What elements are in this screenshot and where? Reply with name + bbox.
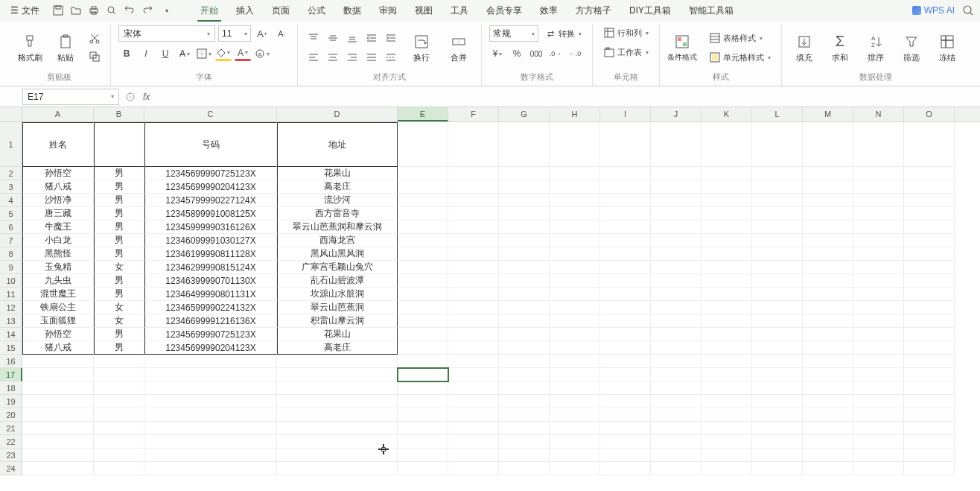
cell[interactable] — [651, 301, 701, 314]
cell[interactable] — [701, 314, 752, 328]
cell[interactable]: 男 — [94, 207, 144, 221]
cell[interactable] — [94, 122, 144, 167]
cell[interactable] — [752, 408, 803, 422]
cell[interactable] — [701, 221, 752, 234]
cell[interactable] — [600, 435, 651, 449]
cell[interactable] — [550, 395, 600, 408]
cell[interactable] — [651, 355, 701, 368]
border-button[interactable]: ▾ — [196, 46, 212, 61]
cell[interactable] — [600, 274, 651, 288]
cell[interactable] — [752, 328, 803, 341]
cell[interactable]: 猪八戒 — [22, 180, 94, 194]
cell[interactable] — [94, 368, 144, 381]
spreadsheet-grid[interactable]: ABCDEFGHIJKLMNO 1姓名号码地址2孙悟空男123456999907… — [0, 107, 980, 491]
cell[interactable] — [94, 355, 144, 368]
cell[interactable] — [651, 247, 701, 261]
cell[interactable] — [499, 261, 550, 274]
cell[interactable] — [904, 180, 955, 194]
row-header-18[interactable]: 18 — [0, 381, 22, 395]
cell[interactable] — [448, 449, 499, 462]
cell[interactable] — [448, 341, 499, 355]
cell[interactable] — [651, 274, 701, 288]
cell[interactable] — [94, 408, 144, 422]
cell[interactable] — [277, 422, 398, 435]
cell[interactable]: 男 — [94, 247, 144, 261]
filter-button[interactable]: 筛选 — [897, 33, 926, 63]
sort-button[interactable]: AZ排序 — [861, 33, 891, 63]
cell[interactable] — [398, 422, 448, 435]
cell[interactable] — [651, 221, 701, 234]
cell[interactable]: 12346199990811128X — [144, 247, 277, 261]
cell[interactable] — [600, 449, 651, 462]
cut-button[interactable] — [86, 31, 103, 46]
comma-button[interactable]: 000 — [528, 46, 544, 61]
cell[interactable] — [853, 261, 904, 274]
cell[interactable] — [448, 288, 499, 301]
cell[interactable] — [651, 422, 701, 435]
col-header-B[interactable]: B — [94, 107, 144, 121]
cell[interactable] — [752, 247, 803, 261]
cell[interactable]: 12346299990815124X — [144, 261, 277, 274]
cell[interactable] — [22, 422, 94, 435]
cell[interactable] — [803, 234, 853, 247]
cell[interactable] — [853, 314, 904, 328]
print-icon[interactable] — [87, 4, 101, 17]
italic-button[interactable]: I — [138, 46, 154, 61]
cell[interactable] — [398, 180, 448, 194]
file-menu[interactable]: ☰ 文件 — [6, 3, 44, 19]
cell[interactable] — [803, 194, 853, 207]
cell[interactable]: 姓名 — [22, 122, 94, 167]
cell[interactable]: 高老庄 — [277, 341, 398, 355]
cell[interactable] — [651, 408, 701, 422]
cell[interactable] — [277, 368, 398, 381]
cell[interactable] — [600, 247, 651, 261]
cell[interactable] — [499, 221, 550, 234]
cell[interactable] — [550, 301, 600, 314]
cell[interactable] — [398, 194, 448, 207]
cell[interactable]: 12346399990701130X — [144, 274, 277, 288]
cell[interactable]: 西海龙宫 — [277, 234, 398, 247]
cell[interactable]: 男 — [94, 328, 144, 341]
currency-button[interactable]: ¥▾ — [489, 46, 506, 61]
cell[interactable] — [398, 381, 448, 395]
cell[interactable] — [448, 167, 499, 180]
cell[interactable] — [398, 314, 448, 328]
cell[interactable] — [853, 381, 904, 395]
cell[interactable] — [499, 234, 550, 247]
cell[interactable]: 12345999990316126X — [144, 221, 277, 234]
cell[interactable] — [752, 234, 803, 247]
row-header-14[interactable]: 14 — [0, 328, 22, 341]
cell[interactable] — [499, 180, 550, 194]
cell[interactable] — [144, 449, 277, 462]
cell[interactable] — [752, 221, 803, 234]
row-header-12[interactable]: 12 — [0, 301, 22, 314]
percent-button[interactable]: % — [509, 46, 525, 61]
cell[interactable]: 女 — [94, 301, 144, 314]
align-bottom-button[interactable] — [344, 31, 360, 45]
cell[interactable] — [651, 328, 701, 341]
cell[interactable] — [448, 381, 499, 395]
cell[interactable] — [803, 408, 853, 422]
cell[interactable] — [600, 395, 651, 408]
cell[interactable] — [651, 194, 701, 207]
cell[interactable] — [550, 167, 600, 180]
cell[interactable] — [600, 368, 651, 381]
cell[interactable] — [904, 328, 955, 341]
cell[interactable] — [600, 314, 651, 328]
cell[interactable] — [853, 301, 904, 314]
cell[interactable] — [398, 449, 448, 462]
cell[interactable] — [651, 449, 701, 462]
cell[interactable] — [94, 435, 144, 449]
cell[interactable] — [448, 221, 499, 234]
cell[interactable] — [398, 395, 448, 408]
row-header-23[interactable]: 23 — [0, 449, 22, 462]
tab-会员专享[interactable]: 会员专享 — [477, 1, 531, 20]
cell[interactable] — [803, 368, 853, 381]
sum-button[interactable]: Σ求和 — [825, 33, 855, 63]
formula-input[interactable] — [157, 89, 973, 105]
cell[interactable] — [398, 234, 448, 247]
cell[interactable] — [701, 341, 752, 355]
cell[interactable] — [499, 301, 550, 314]
cell[interactable] — [752, 449, 803, 462]
cell[interactable] — [904, 368, 955, 381]
